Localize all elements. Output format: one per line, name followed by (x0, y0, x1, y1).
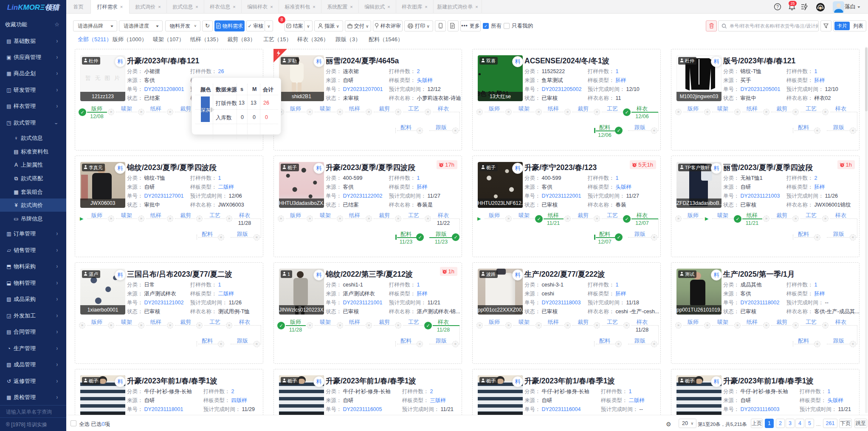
svg-text:?: ? (776, 5, 779, 9)
